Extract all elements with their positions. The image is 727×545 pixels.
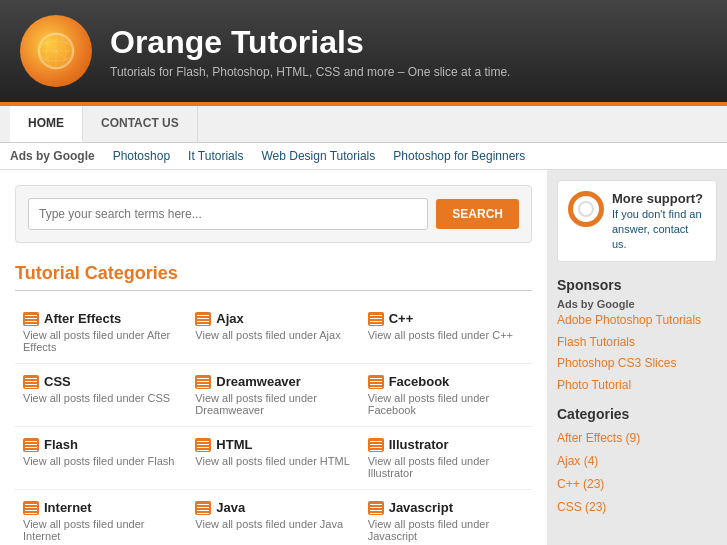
nav-item-home[interactable]: HOME	[10, 106, 83, 142]
category-item: CSS View all posts filed under CSS	[15, 364, 187, 427]
sponsor-links: Adobe Photoshop TutorialsFlash Tutorials…	[557, 310, 717, 396]
category-name[interactable]: Flash	[23, 437, 179, 452]
category-name[interactable]: Ajax	[195, 311, 351, 326]
site-title: Orange Tutorials	[110, 24, 510, 61]
category-name[interactable]: After Effects	[23, 311, 179, 326]
site-header: Orange Tutorials Tutorials for Flash, Ph…	[0, 0, 727, 102]
category-item: HTML View all posts filed under HTML	[187, 427, 359, 490]
svg-point-4	[38, 41, 74, 61]
ad-link-it-tutorials[interactable]: It Tutorials	[188, 149, 243, 163]
category-desc: View all posts filed under Illustrator	[368, 455, 524, 479]
category-item: Illustrator View all posts filed under I…	[360, 427, 532, 490]
site-logo	[20, 15, 92, 87]
svg-line-5	[41, 39, 71, 63]
categories-grid: After Effects View all posts filed under…	[15, 301, 532, 545]
header-text-block: Orange Tutorials Tutorials for Flash, Ph…	[110, 24, 510, 79]
category-icon	[368, 438, 384, 452]
sidebar-cat-link[interactable]: Ajax (4)	[557, 450, 717, 473]
category-icon	[23, 312, 39, 326]
support-link[interactable]: If you don't find an answer, contact us.	[612, 208, 702, 250]
ad-link-web-design[interactable]: Web Design Tutorials	[261, 149, 375, 163]
sidebar-categories-title: Categories	[557, 406, 717, 422]
sidebar-cat-link[interactable]: CSS (23)	[557, 496, 717, 519]
category-item: Ajax View all posts filed under Ajax	[187, 301, 359, 364]
sidebar-category-links: After Effects (9)Ajax (4)C++ (23)CSS (23…	[557, 427, 717, 518]
main-content: SEARCH Tutorial Categories After Effects…	[0, 170, 547, 545]
sponsors-title: Sponsors	[557, 277, 717, 293]
sidebar-cat-link[interactable]: C++ (23)	[557, 473, 717, 496]
category-item: Javascript View all posts filed under Ja…	[360, 490, 532, 545]
category-icon	[195, 375, 211, 389]
category-item: Dreamweaver View all posts filed under D…	[187, 364, 359, 427]
ads-by-google-label: Ads by Google	[10, 149, 95, 163]
category-desc: View all posts filed under Flash	[23, 455, 179, 467]
ad-link-photoshop-beginners[interactable]: Photoshop for Beginners	[393, 149, 525, 163]
svg-point-3	[46, 33, 66, 69]
category-icon	[23, 438, 39, 452]
support-title: More support?	[612, 191, 706, 206]
category-desc: View all posts filed under Java	[195, 518, 351, 530]
sponsor-link[interactable]: Flash Tutorials	[557, 332, 717, 354]
category-desc: View all posts filed under After Effects	[23, 329, 179, 353]
category-desc: View all posts filed under Ajax	[195, 329, 351, 341]
category-name[interactable]: Java	[195, 500, 351, 515]
category-item: C++ View all posts filed under C++	[360, 301, 532, 364]
search-input[interactable]	[28, 198, 428, 230]
category-item: After Effects View all posts filed under…	[15, 301, 187, 364]
category-desc: View all posts filed under Internet	[23, 518, 179, 542]
category-icon	[368, 312, 384, 326]
sponsor-link[interactable]: Photo Tutorial	[557, 375, 717, 397]
sidebar: More support? If you don't find an answe…	[547, 170, 727, 545]
category-name[interactable]: C++	[368, 311, 524, 326]
category-name[interactable]: Dreamweaver	[195, 374, 351, 389]
category-name[interactable]: Illustrator	[368, 437, 524, 452]
category-name[interactable]: Javascript	[368, 500, 524, 515]
category-icon	[23, 375, 39, 389]
category-icon	[195, 501, 211, 515]
sidebar-cat-link[interactable]: After Effects (9)	[557, 427, 717, 450]
category-icon	[23, 501, 39, 515]
main-wrapper: SEARCH Tutorial Categories After Effects…	[0, 170, 727, 545]
search-button[interactable]: SEARCH	[436, 199, 519, 229]
svg-line-6	[41, 39, 71, 63]
support-box: More support? If you don't find an answe…	[557, 180, 717, 262]
category-desc: View all posts filed under Dreamweaver	[195, 392, 351, 416]
category-desc: View all posts filed under C++	[368, 329, 524, 341]
categories-title: Tutorial Categories	[15, 263, 532, 291]
sponsors-ads-label: Ads by Google	[557, 298, 717, 310]
category-name[interactable]: Facebook	[368, 374, 524, 389]
ad-link-photoshop[interactable]: Photoshop	[113, 149, 170, 163]
site-subtitle: Tutorials for Flash, Photoshop, HTML, CS…	[110, 65, 510, 79]
category-desc: View all posts filed under Facebook	[368, 392, 524, 416]
sponsor-link[interactable]: Photoshop CS3 Slices	[557, 353, 717, 375]
svg-point-0	[38, 33, 74, 69]
ad-bar: Ads by Google Photoshop It Tutorials Web…	[0, 143, 727, 170]
category-name[interactable]: HTML	[195, 437, 351, 452]
lifesaver-icon	[568, 191, 604, 227]
category-icon	[195, 438, 211, 452]
category-desc: View all posts filed under CSS	[23, 392, 179, 404]
category-name[interactable]: Internet	[23, 500, 179, 515]
category-icon	[368, 375, 384, 389]
category-item: Java View all posts filed under Java	[187, 490, 359, 545]
category-item: Facebook View all posts filed under Face…	[360, 364, 532, 427]
sponsor-link[interactable]: Adobe Photoshop Tutorials	[557, 310, 717, 332]
category-item: Flash View all posts filed under Flash	[15, 427, 187, 490]
category-icon	[195, 312, 211, 326]
category-item: Internet View all posts filed under Inte…	[15, 490, 187, 545]
nav-item-contact[interactable]: CONTACT US	[83, 106, 198, 142]
category-desc: View all posts filed under HTML	[195, 455, 351, 467]
category-icon	[368, 501, 384, 515]
main-nav: HOME CONTACT US	[0, 106, 727, 143]
search-bar: SEARCH	[15, 185, 532, 243]
category-desc: View all posts filed under Javascript	[368, 518, 524, 542]
category-name[interactable]: CSS	[23, 374, 179, 389]
support-text: More support? If you don't find an answe…	[612, 191, 706, 251]
